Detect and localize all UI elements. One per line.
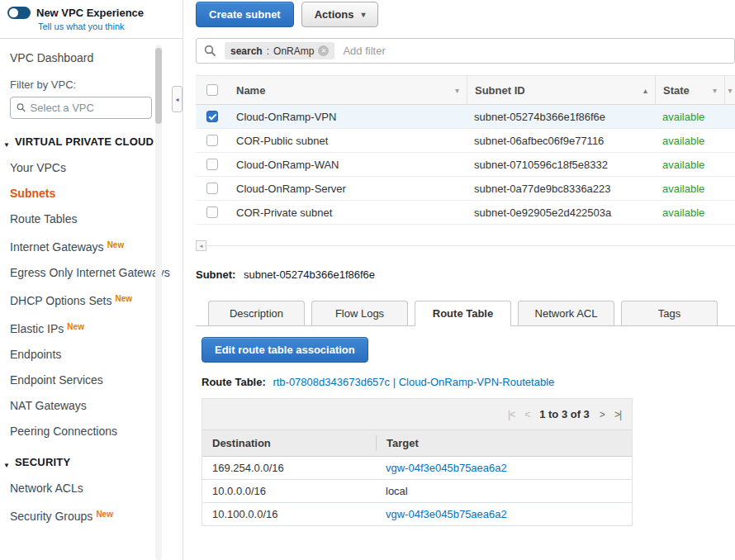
subnet-row[interactable]: Cloud-OnRamp-WAN subnet-0710596c18f5e833… (196, 153, 735, 177)
target-link[interactable]: vgw-04f3e045b75aea6a2 (386, 462, 507, 474)
route-table-label: Route Table: (202, 376, 266, 388)
collapse-left-icon: ◂ (175, 96, 178, 103)
routes-table: |< < 1 to 3 of 3 > >| Destination Target… (202, 398, 633, 526)
new-badge: New (67, 322, 84, 331)
search-icon (17, 102, 26, 113)
subnet-label: Subnet: (196, 268, 235, 281)
sidebar: New VPC Experience Tell us what you thin… (0, 0, 183, 560)
route-table-link[interactable]: rtb-07808d343673d657c | Cloud-OnRamp-VPN… (273, 376, 554, 388)
tab-tags[interactable]: Tags (621, 301, 718, 325)
route-row: 10.0.0.0/16 local (202, 480, 632, 503)
filter-tag[interactable]: search : OnRAmp ✕ (225, 42, 334, 59)
new-vpc-experience-label: New VPC Experience (36, 7, 144, 19)
actions-button[interactable]: Actions ▾ (301, 2, 379, 27)
toolbar: Create subnet Actions ▾ (196, 2, 735, 27)
status-badge: available (655, 159, 724, 171)
status-badge: available (655, 135, 724, 147)
select-all-checkbox[interactable] (206, 84, 218, 96)
caret-down-icon: ▾ (361, 10, 365, 19)
section-title-text: VIRTUAL PRIVATE CLOUD (15, 135, 154, 148)
search-icon (204, 45, 216, 57)
column-header-overflow[interactable]: ▾ (724, 76, 735, 104)
column-header-destination: Destination (202, 437, 376, 449)
row-checkbox[interactable] (206, 135, 218, 146)
new-vpc-experience-panel: New VPC Experience Tell us what you thin… (0, 0, 183, 39)
tab-description[interactable]: Description (208, 301, 305, 325)
first-page-icon[interactable]: |< (508, 409, 514, 420)
target-link[interactable]: vgw-04f3e045b75aea6a2 (386, 508, 507, 520)
subnet-row[interactable]: COR-Public subnet subnet-06afbec06f9e771… (196, 129, 735, 153)
status-badge: available (655, 183, 724, 195)
previous-page-icon[interactable]: < (524, 409, 529, 420)
column-header-name[interactable]: Name ▾ (229, 76, 467, 104)
tab-route-table[interactable]: Route Table (415, 301, 511, 325)
new-vpc-experience-toggle[interactable] (7, 7, 31, 19)
route-row: 10.100.0.0/16 vgw-04f3e045b75aea6a2 (202, 503, 632, 526)
new-badge: New (96, 510, 113, 519)
sidebar-scrollbar[interactable] (155, 45, 162, 560)
new-badge: New (115, 294, 132, 303)
column-header-target: Target (376, 435, 632, 451)
sort-down-icon: ▾ (713, 86, 717, 95)
subnet-row[interactable]: COR-Private subnet subnet-0e92905e2d4225… (196, 201, 735, 225)
section-title-text: SECURITY (15, 456, 70, 468)
subnet-table: Name ▾ Subnet ID ▴ State ▾ ▾ Cloud-OnRam… (196, 75, 735, 225)
sidebar-scrollbar-thumb[interactable] (155, 48, 162, 124)
status-badge: available (655, 111, 724, 123)
subnet-id-value: subnet-05274b366e1f86f6e (244, 268, 375, 281)
column-header-subnet-id[interactable]: Subnet ID ▴ (467, 76, 655, 104)
sort-down-icon: ▾ (455, 86, 459, 95)
subnet-row[interactable]: Cloud-OnRamp-Server subnet-0a77de9bc8336… (196, 177, 735, 201)
aws-vpc-console: New VPC Experience Tell us what you thin… (0, 0, 735, 560)
target-value: local (386, 485, 408, 497)
status-badge: available (655, 206, 724, 219)
row-checkbox[interactable] (206, 183, 218, 194)
pagination: |< < 1 to 3 of 3 > >| (202, 399, 632, 429)
add-filter-input[interactable] (343, 45, 442, 57)
sidebar-collapse-handle[interactable]: ◂ (172, 86, 183, 112)
section-security[interactable]: ▼ SECURITY (3, 455, 157, 470)
selected-subnet-heading: Subnet: subnet-05274b366e1f86f6e (196, 268, 735, 281)
tab-network-acl[interactable]: Network ACL (518, 301, 614, 325)
select-vpc-input[interactable] (31, 102, 145, 114)
select-vpc-search-box[interactable] (10, 97, 152, 119)
row-checkbox[interactable] (206, 206, 218, 218)
last-page-icon[interactable]: >| (614, 409, 621, 420)
filter-tag-separator: : (267, 45, 269, 57)
row-checkbox[interactable] (206, 111, 218, 122)
toggle-knob (9, 8, 18, 17)
add-filter[interactable] (343, 45, 442, 57)
horizontal-scrollbar-track[interactable] (206, 245, 735, 246)
detail-tabs: Description Flow Logs Route Table Networ… (196, 301, 735, 326)
section-virtual-private-cloud[interactable]: ▼ VIRTUAL PRIVATE CLOUD (3, 135, 157, 149)
sort-up-icon: ▴ (643, 86, 647, 95)
scroll-left-icon: ◂ (200, 243, 203, 249)
tab-flow-logs[interactable]: Flow Logs (311, 301, 408, 325)
horizontal-scrollbar[interactable]: ◂ (196, 240, 735, 251)
scroll-left-button[interactable]: ◂ (196, 240, 206, 251)
pagination-label: 1 to 3 of 3 (539, 408, 590, 420)
sort-down-icon: ▾ (728, 86, 732, 95)
filter-bar[interactable]: search : OnRAmp ✕ (196, 38, 735, 64)
new-badge: New (107, 240, 125, 249)
route-row: 169.254.0.0/16 vgw-04f3e045b75aea6a2 (202, 457, 632, 480)
main-content: Create subnet Actions ▾ search : OnRAmp … (184, 0, 735, 560)
route-table-heading: Route Table: rtb-07808d343673d657c | Clo… (202, 376, 735, 388)
next-page-icon[interactable]: > (600, 409, 605, 420)
filter-tag-value: OnRAmp (273, 45, 314, 57)
feedback-link[interactable]: Tell us what you think (38, 21, 178, 31)
subnet-row[interactable]: Cloud-OnRamp-VPN subnet-05274b366e1f86f6… (196, 105, 735, 129)
row-checkbox[interactable] (206, 159, 218, 170)
routes-table-header: Destination Target (202, 429, 632, 457)
filter-tag-key: search (230, 45, 263, 57)
subnet-table-header: Name ▾ Subnet ID ▴ State ▾ ▾ (196, 75, 735, 105)
edit-route-table-association-button[interactable]: Edit route table association (202, 337, 368, 363)
column-header-state[interactable]: State ▾ (655, 76, 724, 104)
collapse-triangle-icon: ▼ (3, 138, 10, 153)
remove-filter-icon[interactable]: ✕ (318, 45, 329, 56)
collapse-triangle-icon: ▼ (3, 458, 10, 473)
create-subnet-button[interactable]: Create subnet (196, 2, 294, 27)
